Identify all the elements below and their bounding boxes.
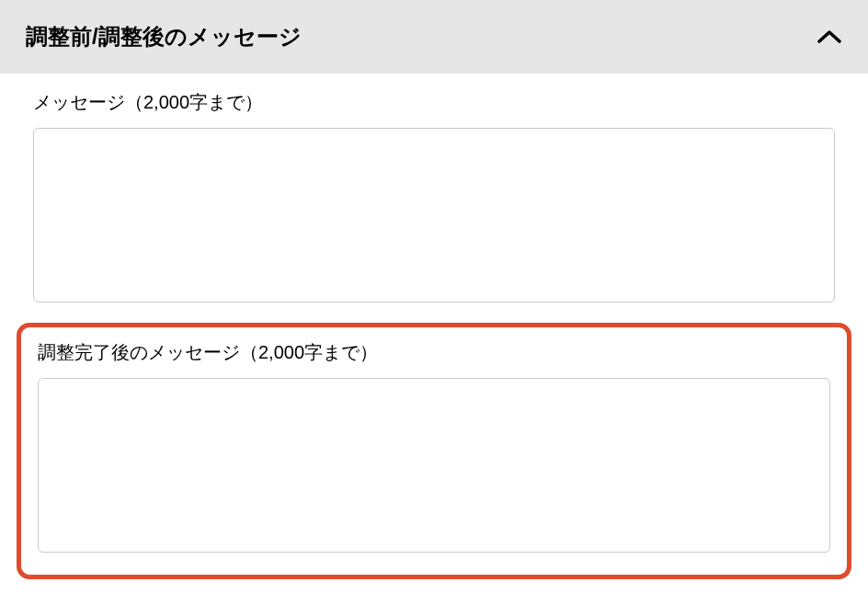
form-body: メッセージ（2,000字まで） 調整完了後のメッセージ（2,000字まで） (0, 74, 868, 594)
message-field-group: メッセージ（2,000字まで） (33, 90, 835, 306)
section-title: 調整前/調整後のメッセージ (26, 22, 302, 51)
post-adjust-message-label: 調整完了後のメッセージ（2,000字まで） (38, 340, 830, 365)
message-textarea[interactable] (33, 128, 835, 303)
section-header[interactable]: 調整前/調整後のメッセージ (0, 0, 868, 74)
post-adjust-message-textarea[interactable] (38, 378, 830, 553)
message-label: メッセージ（2,000字まで） (33, 90, 835, 115)
post-adjust-message-field-group: 調整完了後のメッセージ（2,000字まで） (17, 323, 851, 579)
chevron-up-icon (817, 24, 842, 50)
